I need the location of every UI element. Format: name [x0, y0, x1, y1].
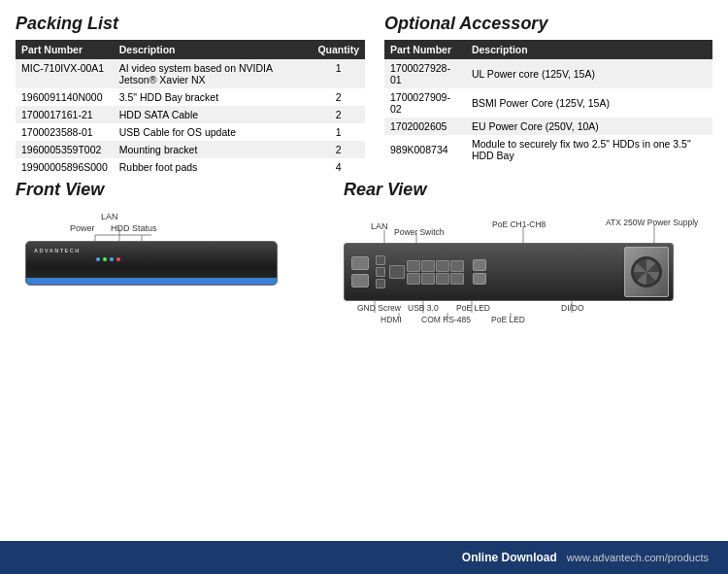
poe-port-1: [407, 260, 420, 272]
light-dot-3: [110, 257, 114, 261]
packing-qty-3: 1: [312, 123, 365, 141]
rear-label-com: COM RS-485: [421, 315, 471, 324]
col-part-number: Part Number: [16, 40, 114, 59]
rear-eth-port-1: [351, 256, 369, 270]
rear-label-gnd: GND Screw: [357, 303, 401, 313]
packing-row-2: 1700017161-21 HDD SATA Cable 2: [16, 106, 365, 123]
rear-label-lan: LAN: [371, 221, 388, 231]
packing-desc-5: Rubber foot pads: [114, 158, 313, 176]
poe-port-8: [450, 273, 464, 285]
packing-qty-0: 1: [312, 59, 365, 88]
optional-part-3: 989K008734: [384, 135, 466, 164]
rear-diagram: LAN Power Switch PoE CH1-CH8 ATX 250W Po…: [344, 206, 712, 313]
optional-table: Part Number Description 1700027928-01 UL…: [384, 40, 712, 164]
packing-part-3: 1700023588-01: [16, 123, 114, 141]
poe-port-2: [421, 260, 435, 272]
light-dot-4: [116, 257, 120, 261]
packing-desc-2: HDD SATA Cable: [114, 106, 313, 123]
optional-desc-2: EU Power Core (250V, 10A): [466, 118, 712, 135]
rear-label-dido: DI/DO: [561, 303, 584, 313]
front-view-section: Front View LAN Power HDD Status ADVANTEC…: [16, 180, 324, 313]
optional-accessory-title: Optional Accessory: [384, 14, 712, 34]
rear-label-poe-ch: PoE CH1-CH8: [492, 219, 546, 229]
packing-part-2: 1700017161-21: [16, 106, 114, 123]
bottom-bar: Online Download www.advantech.com/produc…: [0, 541, 728, 574]
optional-part-0: 1700027928-01: [384, 59, 466, 88]
rear-label-usb3: USB 3.0: [408, 303, 439, 313]
rear-psu-fan: [631, 256, 662, 287]
packing-desc-0: AI video system based on NVIDIA Jetson® …: [114, 59, 313, 88]
packing-desc-1: 3.5" HDD Bay bracket: [114, 88, 313, 106]
poe-port-4: [450, 260, 464, 272]
rear-eth-port-2: [351, 274, 369, 287]
packing-row-1: 1960091140N000 3.5" HDD Bay bracket 2: [16, 88, 365, 106]
label-hdd-status: HDD Status: [111, 223, 157, 233]
rear-eth-group: [350, 255, 370, 288]
packing-desc-4: Mounting bracket: [114, 141, 313, 158]
front-device-body: ADVANTECH: [25, 241, 278, 286]
col-quantity: Quantity: [312, 40, 365, 59]
poe-port-7: [436, 273, 449, 285]
front-diagram: LAN Power HDD Status ADVANTECH: [16, 206, 324, 313]
poe-port-6: [421, 273, 435, 285]
rear-device-body: [344, 243, 674, 301]
optional-desc-1: BSMI Power Core (125V, 15A): [466, 88, 712, 118]
rear-usb-group: [376, 255, 385, 288]
packing-desc-3: USB Cable for OS update: [114, 123, 313, 141]
poe-port-3: [436, 260, 449, 272]
rear-label-poe-led: PoE LED: [456, 303, 490, 313]
label-lan: LAN: [101, 212, 118, 221]
opt-col-part: Part Number: [384, 40, 466, 59]
rear-port-misc-1: [473, 259, 486, 271]
rear-label-power-switch: Power Switch: [394, 227, 445, 237]
col-description: Description: [114, 40, 313, 59]
advantech-logo-front: ADVANTECH: [34, 248, 81, 253]
rear-usb-port-3: [376, 279, 385, 288]
optional-row-0: 1700027928-01 UL Power core (125V, 15A): [384, 59, 712, 88]
footer-label: Online Download: [462, 551, 557, 564]
packing-row-4: 1960005359T002 Mounting bracket 2: [16, 141, 365, 158]
rear-label-poe-led-2: PoE LED: [491, 315, 525, 324]
rear-usb-port-2: [376, 267, 385, 277]
packing-part-4: 1960005359T002: [16, 141, 114, 158]
front-view-title: Front View: [16, 180, 324, 200]
rear-usb-port-1: [376, 255, 385, 265]
optional-part-2: 1702002605: [384, 118, 466, 135]
rear-label-hdmi: HDMI: [381, 315, 402, 324]
optional-row-1: 1700027909-02 BSMI Power Core (125V, 15A…: [384, 88, 712, 118]
optional-row-3: 989K008734 Module to securely fix two 2.…: [384, 135, 712, 164]
packing-qty-2: 2: [312, 106, 365, 123]
footer-url: www.advantech.com/products: [567, 552, 709, 563]
optional-desc-0: UL Power core (125V, 15A): [466, 59, 712, 88]
optional-desc-3: Module to securely fix two 2.5" HDDs in …: [466, 135, 712, 164]
packing-row-3: 1700023588-01 USB Cable for OS update 1: [16, 123, 365, 141]
packing-qty-5: 4: [312, 158, 365, 176]
packing-table: Part Number Description Quantity MIC-710…: [16, 40, 365, 176]
light-dot-1: [96, 257, 100, 261]
poe-port-5: [407, 273, 420, 285]
opt-col-desc: Description: [466, 40, 712, 59]
front-blue-strip: [26, 278, 277, 285]
label-power: Power: [70, 223, 95, 233]
rear-poe-group: [407, 260, 469, 285]
front-status-lights: [96, 257, 120, 261]
packing-part-5: 19900005896S000: [16, 158, 114, 176]
rear-psu: [624, 247, 669, 297]
optional-row-2: 1702002605 EU Power Core (250V, 10A): [384, 118, 712, 135]
rear-view-section: Rear View: [344, 180, 712, 313]
light-dot-2: [103, 257, 107, 261]
packing-row-5: 19900005896S000 Rubber foot pads 4: [16, 158, 365, 176]
rear-label-atx: ATX 250W Power Supply: [606, 218, 698, 227]
packing-part-1: 1960091140N000: [16, 88, 114, 106]
packing-part-0: MIC-710IVX-00A1: [16, 59, 114, 88]
optional-part-1: 1700027909-02: [384, 88, 466, 118]
packing-qty-1: 2: [312, 88, 365, 106]
packing-qty-4: 2: [312, 141, 365, 158]
packing-row-0: MIC-710IVX-00A1 AI video system based on…: [16, 59, 365, 88]
rear-view-title: Rear View: [344, 180, 712, 200]
rear-serial-port: [389, 265, 405, 279]
rear-misc-ports: [473, 259, 486, 285]
packing-list-title: Packing List: [16, 14, 365, 34]
rear-port-misc-2: [473, 273, 486, 285]
